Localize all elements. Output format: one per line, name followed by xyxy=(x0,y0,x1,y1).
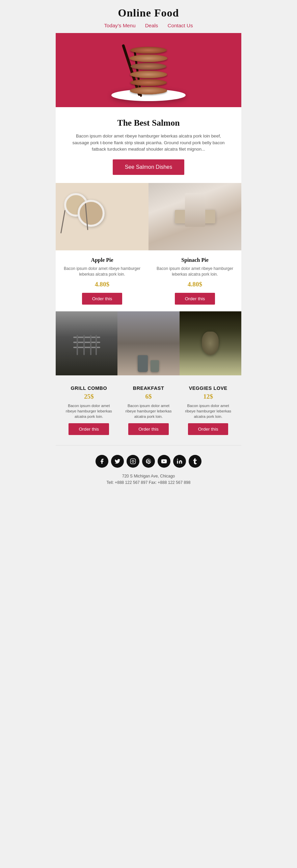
breakfast-name: BREAKFAST xyxy=(123,385,174,391)
featured-images-row xyxy=(56,183,241,250)
spinachpie-price: 4.80$ xyxy=(155,281,235,288)
svg-rect-0 xyxy=(131,459,136,464)
breakfast-price: 6$ xyxy=(123,393,174,400)
grill-image xyxy=(56,311,117,375)
grill-name: GRILL COMBO xyxy=(63,385,115,391)
grill-desc: Bacon ipsum dolor amet ribeye hamburger … xyxy=(63,403,115,419)
salmon-heading: The Best Salmon xyxy=(69,118,228,128)
combo-images-row xyxy=(56,311,241,375)
grill-price: 25$ xyxy=(63,393,115,400)
social-icons-row xyxy=(62,455,235,468)
nav-contact-us[interactable]: Contact Us xyxy=(167,23,193,28)
applepie-name: Apple Pie xyxy=(62,257,142,263)
spinachpie-desc: Bacon ipsum dolor amet ribeye hamburger … xyxy=(155,266,235,277)
applepie-desc: Bacon ipsum dolor amet ribeye hamburger … xyxy=(62,266,142,277)
spinachpie-image xyxy=(148,183,241,250)
footer-address: 720 S Michigan Ave, Chicago xyxy=(62,473,235,479)
youtube-icon[interactable] xyxy=(158,455,170,468)
breakfast-desc: Bacon ipsum dolor amet ribeye hamburger … xyxy=(123,403,174,419)
spinachpie-order-button[interactable]: Order this xyxy=(175,293,215,305)
veggies-image xyxy=(180,311,241,375)
site-title: Online Food xyxy=(59,7,238,19)
breakfast-card: BREAKFAST 6$ Bacon ipsum dolor amet ribe… xyxy=(119,382,179,438)
main-nav: Today's Menu Deals Contact Us xyxy=(59,23,238,28)
spinachpie-card: Spinach Pie Bacon ipsum dolor amet ribey… xyxy=(148,250,241,311)
hero-banner xyxy=(56,33,241,107)
applepie-image xyxy=(56,183,148,250)
salmon-section: The Best Salmon Bacon ipsum dolor amet r… xyxy=(56,107,241,183)
breakfast-image xyxy=(117,311,179,375)
grill-card: GRILL COMBO 25$ Bacon ipsum dolor amet r… xyxy=(59,382,119,438)
twitter-icon[interactable] xyxy=(111,455,124,468)
grill-order-button[interactable]: Order this xyxy=(69,423,109,435)
featured-cards-row: Apple Pie Bacon ipsum dolor amet ribeye … xyxy=(56,250,241,311)
tumblr-icon[interactable] xyxy=(189,455,201,468)
footer: 720 S Michigan Ave, Chicago Tell: +888 1… xyxy=(56,445,241,493)
veggies-desc: Bacon ipsum dolor amet ribeye hamburger … xyxy=(182,403,234,419)
pinterest-icon[interactable] xyxy=(142,455,155,468)
veggies-card: VEGGIES LOVE 12$ Bacon ipsum dolor amet … xyxy=(178,382,238,438)
applepie-order-button[interactable]: Order this xyxy=(82,293,123,305)
veggies-name: VEGGIES LOVE xyxy=(182,385,234,391)
linkedin-icon[interactable] xyxy=(173,455,186,468)
spinachpie-name: Spinach Pie xyxy=(155,257,235,263)
footer-contact: Tell: +888 122 567 897 Fax: +888 122 567… xyxy=(62,479,235,486)
nav-todays-menu[interactable]: Today's Menu xyxy=(104,23,135,28)
breakfast-order-button[interactable]: Order this xyxy=(128,423,169,435)
instagram-icon[interactable] xyxy=(127,455,139,468)
combo-cards-row: GRILL COMBO 25$ Bacon ipsum dolor amet r… xyxy=(56,375,241,445)
facebook-icon[interactable] xyxy=(96,455,108,468)
veggies-price: 12$ xyxy=(182,393,234,400)
salmon-description: Bacon ipsum dolor amet ribeye hamburger … xyxy=(69,133,228,153)
applepie-card: Apple Pie Bacon ipsum dolor amet ribeye … xyxy=(56,250,148,311)
nav-deals[interactable]: Deals xyxy=(145,23,158,28)
applepie-price: 4.80$ xyxy=(62,281,142,288)
svg-point-4 xyxy=(177,459,178,460)
see-salmon-button[interactable]: See Salmon Dishes xyxy=(113,159,185,175)
svg-rect-3 xyxy=(177,461,178,464)
veggies-order-button[interactable]: Order this xyxy=(188,423,228,435)
header: Online Food Today's Menu Deals Contact U… xyxy=(56,0,241,33)
